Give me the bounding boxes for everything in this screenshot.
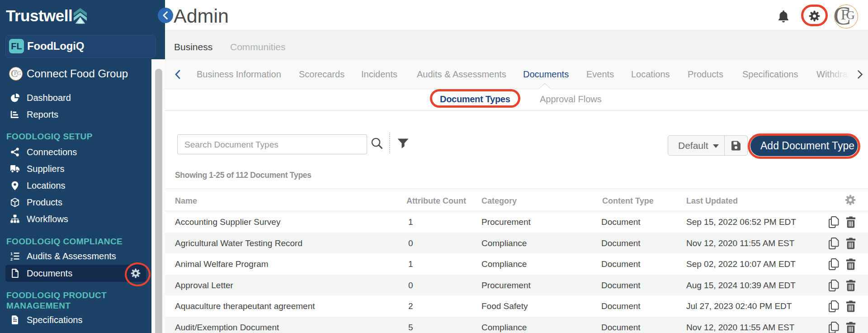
svg-text:2: 2 bbox=[10, 257, 13, 261]
svg-text:1: 1 bbox=[10, 252, 13, 256]
